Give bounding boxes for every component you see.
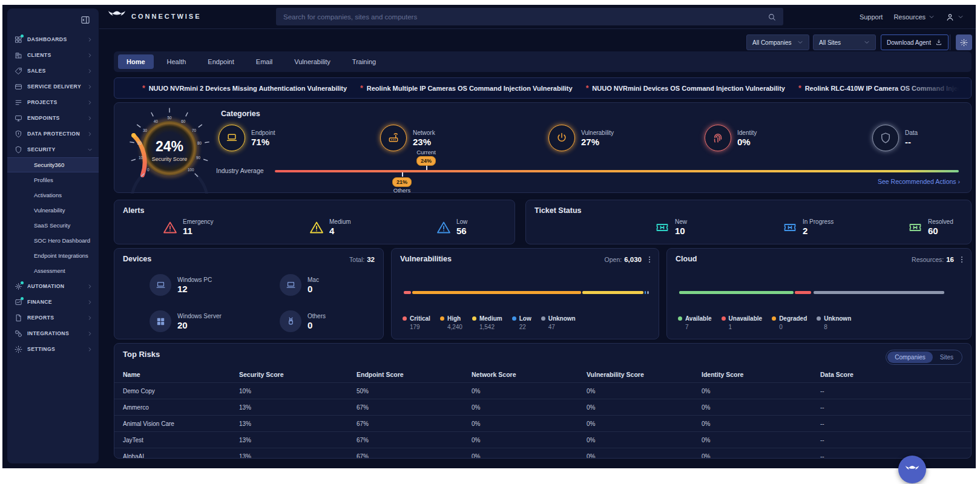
category-item[interactable]: Identity 0%: [705, 125, 757, 151]
table-row[interactable]: JayTest 13% 67% 0% 0% 0% --: [114, 431, 971, 448]
sidebar-item[interactable]: SETTINGS: [7, 341, 99, 357]
search-icon[interactable]: [768, 13, 776, 21]
others-marker-label: Others: [393, 187, 411, 194]
legend-value: 8: [824, 324, 851, 330]
ticker-bullet-icon: *: [586, 84, 589, 93]
device-stat[interactable]: Mac 0: [280, 274, 319, 296]
sidebar-collapse-icon[interactable]: [81, 15, 90, 25]
tab[interactable]: Health: [159, 54, 195, 69]
sidebar-nav-bottom: AUTOMATION FINANCE REPORTS IN: [7, 278, 99, 357]
sidebar-item-icon: [15, 314, 22, 322]
cell-identity-score: 0%: [702, 420, 820, 427]
device-icon-circle: [280, 310, 301, 332]
category-icon-circle: [380, 125, 407, 151]
legend-label: Unavailable: [729, 315, 763, 322]
alert-value: 11: [183, 226, 214, 236]
companies-sites-toggle: Companies Sites: [886, 350, 962, 365]
sidebar-subitem[interactable]: Activations: [7, 188, 99, 203]
sidebar-item[interactable]: CLIENTS: [7, 47, 99, 63]
support-link[interactable]: Support: [860, 13, 883, 21]
user-menu[interactable]: [945, 13, 964, 22]
resources-menu[interactable]: Resources: [893, 13, 935, 21]
sidebar-subitem[interactable]: SaaS Security: [7, 218, 99, 233]
sidebar-subitem[interactable]: SOC Hero Dashboard: [7, 233, 99, 248]
tab[interactable]: Email: [248, 54, 281, 69]
table-row[interactable]: Animal Vision Care 13% 67% 0% 0% 0% --: [114, 415, 971, 431]
search-input[interactable]: [276, 13, 768, 21]
sidebar-subitem-label: SOC Hero Dashboard: [34, 237, 90, 244]
sidebar-subitem-label: Vulnerability: [34, 207, 65, 214]
ticket-stat[interactable]: Resolved 60: [908, 218, 953, 236]
table-row[interactable]: Ammerco 13% 67% 0% 0% 0% --: [114, 399, 971, 415]
alert-stat[interactable]: Medium 4: [309, 218, 351, 236]
alert-stat[interactable]: Emergency 11: [163, 218, 214, 236]
legend-dot: [403, 316, 407, 321]
sidebar-item[interactable]: PROJECTS: [7, 94, 99, 110]
sidebar-item[interactable]: SERVICE DELIVERY: [7, 79, 99, 94]
sidebar-subitem[interactable]: Assessment: [7, 263, 99, 278]
alert-stat[interactable]: Low 56: [436, 218, 467, 236]
table-row[interactable]: AlphaAI 13% 67% 0% 0% 0% --: [114, 448, 971, 458]
svg-text:50: 50: [167, 116, 172, 120]
sidebar-header: [7, 8, 99, 31]
cloud-title: Cloud: [676, 255, 697, 263]
table-row[interactable]: Demo Copy 10% 50% 0% 0% 0% --: [114, 382, 971, 399]
device-value: 0: [307, 320, 326, 330]
companies-filter-dropdown[interactable]: All Companies: [746, 34, 809, 50]
column-header: Security Score: [239, 371, 357, 378]
toggle-option[interactable]: Companies: [887, 352, 933, 363]
category-item[interactable]: Endpoint 71%: [219, 125, 275, 151]
ticket-stat[interactable]: New 10: [655, 218, 687, 236]
cell-network-score: 0%: [472, 404, 587, 411]
see-recommended-actions-link[interactable]: See Recommended Actions ›: [878, 178, 960, 185]
sites-filter-dropdown[interactable]: All Sites: [813, 34, 876, 50]
ticker-item[interactable]: * NUUO NVRmini Devices OS Command Inject…: [586, 84, 785, 93]
sidebar-subitem[interactable]: Vulnerability: [7, 203, 99, 218]
ticket-stat[interactable]: In Progress 2: [783, 218, 834, 236]
download-agent-button[interactable]: Download Agent: [881, 34, 949, 50]
tab[interactable]: Vulnerability: [286, 54, 339, 69]
kebab-menu-icon[interactable]: [958, 255, 966, 264]
sidebar-item[interactable]: INTEGRATIONS: [7, 325, 99, 341]
category-item[interactable]: Data --: [872, 125, 918, 151]
settings-button[interactable]: [956, 34, 972, 50]
device-stat[interactable]: Others 0: [280, 310, 326, 332]
category-item[interactable]: Network 23%: [380, 125, 435, 151]
connectwise-chat-fab[interactable]: [898, 456, 926, 483]
sidebar-item-icon: [15, 298, 22, 306]
device-stat[interactable]: Windows PC 12: [150, 274, 212, 296]
sidebar-subitem[interactable]: Endpoint Integrations: [7, 248, 99, 263]
sidebar-subitem[interactable]: Profiles: [7, 172, 99, 188]
device-stat[interactable]: Windows Server 20: [150, 310, 222, 332]
ticker-item[interactable]: * Reolink Multiple IP Cameras OS Command…: [360, 84, 573, 93]
legend-dot: [817, 316, 821, 321]
sidebar-item[interactable]: DASHBOARDS: [7, 31, 99, 47]
sidebar-item[interactable]: FINANCE: [7, 294, 99, 310]
svg-text:60: 60: [181, 119, 186, 123]
sidebar-item[interactable]: REPORTS: [7, 310, 99, 325]
tab[interactable]: Home: [118, 54, 154, 69]
sidebar-item[interactable]: SALES: [7, 63, 99, 79]
tab[interactable]: Training: [344, 54, 384, 69]
cell-endpoint-score: 67%: [357, 420, 472, 427]
sidebar-item[interactable]: DATA PROTECTION: [7, 126, 99, 142]
toggle-option[interactable]: Sites: [933, 352, 961, 363]
sidebar-item-icon: [15, 330, 22, 338]
category-value: 27%: [581, 137, 614, 147]
sidebar-item[interactable]: SECURITY: [7, 142, 99, 157]
ticker-item[interactable]: * NUUO NVRmini 2 Devices Missing Authent…: [142, 84, 347, 93]
tab[interactable]: Endpoint: [199, 54, 242, 69]
kebab-menu-icon[interactable]: [645, 255, 654, 264]
ticker-item[interactable]: * Reolink RLC-410W IP Camera OS Command …: [798, 84, 972, 93]
column-header: Endpoint Score: [357, 371, 472, 378]
cell-name: Demo Copy: [123, 388, 239, 394]
toggle-option-label: Sites: [940, 354, 953, 361]
category-icon-circle: [548, 125, 575, 151]
category-label: Data: [905, 129, 918, 136]
sidebar-subitem[interactable]: Security360: [7, 157, 99, 172]
vulnerabilities-panel: Vulnerabilities Open:6,030 Critical 179: [391, 248, 659, 339]
sidebar-item[interactable]: AUTOMATION: [7, 278, 99, 294]
sidebar-item[interactable]: ENDPOINTS: [7, 110, 99, 126]
category-item[interactable]: Vulnerability 27%: [548, 125, 614, 151]
device-icon-circle: [280, 274, 301, 296]
